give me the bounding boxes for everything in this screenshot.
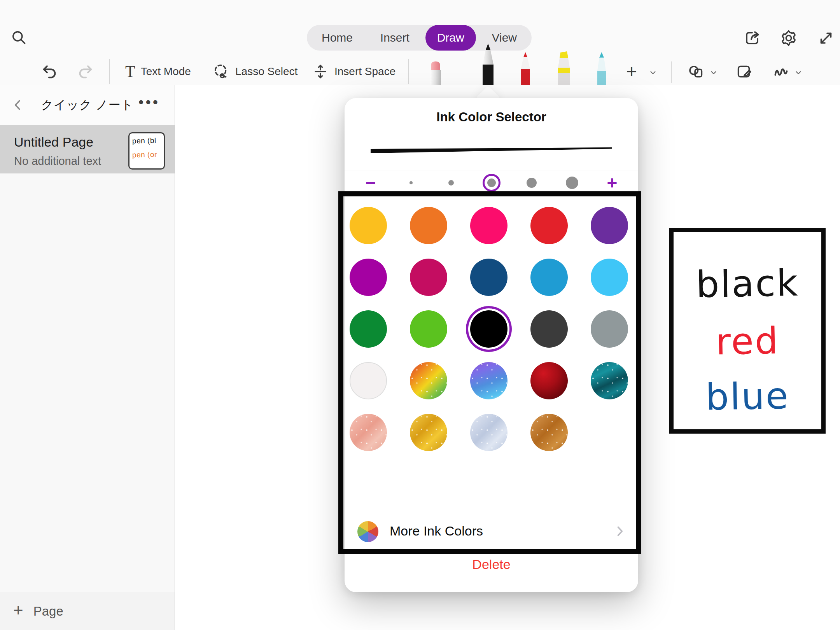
sidebar-header: クイック ノート ••• [0, 85, 175, 126]
chevron-down-icon[interactable] [709, 68, 718, 77]
gear-icon[interactable] [779, 28, 799, 48]
text-mode-icon: T [125, 63, 135, 80]
handwritten-word-black: black [673, 261, 822, 306]
chevron-down-icon[interactable] [649, 68, 657, 77]
plus-icon: + [13, 600, 23, 620]
lasso-icon [212, 63, 230, 80]
ink-replay-icon[interactable] [772, 62, 790, 81]
divider [345, 170, 638, 170]
page-subtitle: No additional text [14, 155, 101, 168]
tab-home[interactable]: Home [310, 25, 364, 51]
add-pen-button[interactable]: + [626, 61, 637, 82]
thickness-dot[interactable] [442, 174, 460, 192]
eraser-tool[interactable] [427, 61, 444, 85]
undo-button[interactable] [40, 62, 59, 81]
thickness-dot[interactable] [402, 174, 420, 192]
dot [448, 180, 454, 186]
shapes-button[interactable] [687, 62, 705, 81]
ink-to-text-button[interactable] [735, 62, 753, 81]
popover-title: Ink Color Selector [345, 110, 638, 124]
thickness-dot-selected[interactable] [483, 174, 500, 192]
page-title: Untitled Page [14, 135, 93, 150]
pen-divider [461, 61, 461, 83]
thickness-dot[interactable] [523, 174, 541, 192]
add-page-label: Page [33, 604, 63, 619]
dot [566, 177, 578, 189]
tab-insert[interactable]: Insert [369, 25, 421, 51]
page-list-item[interactable]: Untitled Page No additional text pen (bl… [0, 125, 175, 173]
toolbar-divider [671, 61, 672, 83]
thumbnail-ink-line: pen (or [130, 150, 164, 159]
ellipsis-menu-icon[interactable]: ••• [138, 94, 160, 111]
annotation-box-color-grid [338, 191, 641, 554]
thickness-dot[interactable] [563, 174, 581, 192]
toolbar-divider [109, 59, 110, 84]
thumbnail-ink-line: pen (bl [130, 136, 164, 145]
dot [487, 178, 496, 187]
pen-red-tool[interactable] [517, 52, 534, 85]
search-icon[interactable] [10, 29, 28, 47]
handwritten-word-blue: blue [673, 374, 822, 419]
highlighter-yellow-tool[interactable] [555, 51, 573, 85]
handwritten-notes-box: blackredblue [669, 228, 826, 434]
insert-space-icon [312, 63, 329, 80]
chevron-down-icon[interactable] [794, 68, 803, 77]
pencil-teal-tool[interactable] [593, 52, 610, 85]
insert-space-label: Insert Space [334, 65, 396, 78]
sidebar: クイック ノート ••• Untitled Page No additional… [0, 85, 175, 630]
pen-black-tool[interactable] [479, 44, 497, 85]
lasso-select-button[interactable]: Lasso Select [212, 62, 298, 81]
toolbar-divider [408, 59, 409, 84]
add-page-button[interactable]: + Page [0, 592, 175, 630]
tab-draw[interactable]: Draw [425, 25, 476, 51]
redo-button[interactable] [76, 62, 95, 81]
thickness-row: − + [362, 174, 621, 192]
share-icon[interactable] [743, 28, 763, 48]
delete-pen-button[interactable]: Delete [345, 557, 638, 572]
stroke-preview [371, 146, 612, 155]
expand-icon[interactable] [816, 28, 836, 48]
text-mode-button[interactable]: T Text Mode [125, 62, 191, 81]
ribbon-tabs: HomeInsertDrawView [307, 25, 532, 51]
onenote-app: HomeInsertDrawView T Text Mode [0, 0, 840, 630]
insert-space-button[interactable]: Insert Space [312, 62, 396, 81]
thickness-decrease-button[interactable]: − [362, 174, 380, 192]
page-thumbnail: pen (blpen (or [128, 132, 165, 170]
handwritten-word-red: red [673, 319, 822, 364]
dot [527, 178, 537, 188]
text-mode-label: Text Mode [141, 65, 191, 78]
thickness-increase-button[interactable]: + [603, 174, 621, 192]
lasso-label: Lasso Select [235, 65, 298, 78]
dot [410, 181, 413, 184]
